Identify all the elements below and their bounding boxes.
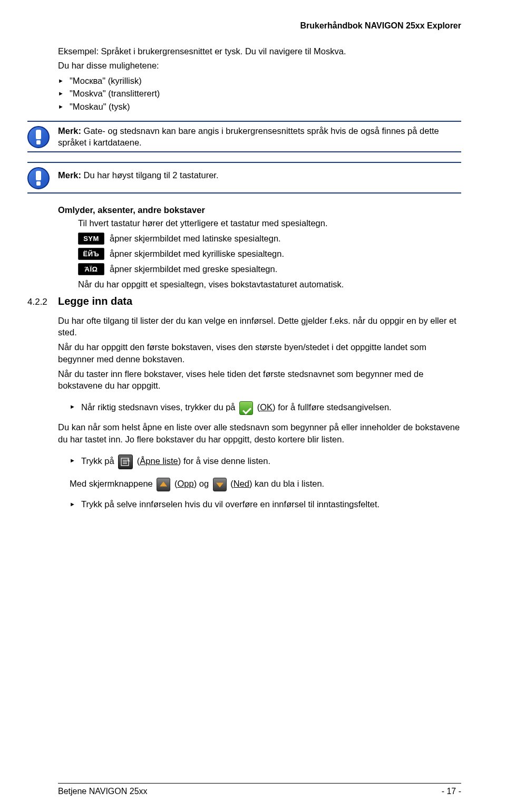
p2: Når du har oppgitt den første bokstaven,… bbox=[58, 341, 461, 365]
list-item: "Москва" (kyrillisk) bbox=[58, 74, 461, 88]
b1-post: ) for å fullføre stedsangivelsen. bbox=[273, 402, 392, 412]
header-title: Brukerhåndbok NAVIGON 25xx Explorer bbox=[58, 21, 461, 31]
p5-pre: Med skjermknappene bbox=[70, 479, 155, 488]
b2-post: ) for å vise denne listen. bbox=[178, 456, 270, 466]
note-text: Du har høyst tilgang til 2 tastaturer. bbox=[81, 170, 218, 180]
p4: Du kan når som helst åpne en liste over … bbox=[58, 421, 461, 445]
p5-mid: ) og bbox=[194, 479, 211, 488]
note-text: Gate- og stedsnavn kan bare angis i bruk… bbox=[58, 126, 439, 147]
omlyder-outro: Når du har oppgitt et spesialtegn, vises… bbox=[78, 278, 461, 290]
bullet-transfer: Trykk på selve innførselen hvis du vil o… bbox=[70, 498, 461, 511]
sym-desc: åpner skjermbildet med kyrilliske spesia… bbox=[110, 249, 284, 259]
list-item: "Moskau" (tysk) bbox=[58, 100, 461, 113]
sym-desc: åpner skjermbildet med greske spesialteg… bbox=[110, 264, 277, 274]
up-label: Opp bbox=[177, 479, 193, 488]
notice-icon bbox=[27, 167, 50, 189]
section-4-2-2-heading: 4.2.2 Legge inn data bbox=[27, 295, 461, 307]
arrow-down-icon bbox=[213, 478, 227, 491]
b2-pre: Trykk på bbox=[81, 456, 116, 466]
lead-text: Du har disse mulighetene: bbox=[58, 60, 461, 71]
ok-label: OK bbox=[260, 402, 273, 412]
notice-icon bbox=[27, 126, 50, 148]
open-list-label: Åpne liste bbox=[140, 456, 178, 466]
ok-icon bbox=[239, 401, 253, 415]
note-block-1: Merk: Gate- og stedsnavn kan bare angis … bbox=[27, 121, 461, 153]
p1: Du har ofte tilgang til lister der du ka… bbox=[58, 315, 461, 339]
section-title: Legge inn data bbox=[58, 295, 132, 307]
note-block-2: Merk: Du har høyst tilgang til 2 tastatu… bbox=[27, 162, 461, 194]
p5-post: ) kan du bla i listen. bbox=[249, 479, 324, 488]
intro-list: "Москва" (kyrillisk) "Moskva" (translitt… bbox=[58, 74, 461, 113]
omlyder-intro: Til hvert tastatur hører det ytterligere… bbox=[78, 217, 461, 229]
open-list-icon bbox=[118, 455, 133, 469]
footer-page: - 17 - bbox=[442, 787, 461, 796]
sym-row-greek: ΆΪΩ åpner skjermbildet med greske spesia… bbox=[78, 263, 461, 275]
sym-button: ЁЙЪ bbox=[78, 248, 104, 260]
sym-row-latin: SYM åpner skjermbildet med latinske spes… bbox=[78, 233, 461, 245]
bullet-ok: Når riktig stedsnavn vises, trykker du p… bbox=[70, 399, 461, 416]
sym-desc: åpner skjermbildet med latinske spesialt… bbox=[110, 234, 281, 244]
p3: Når du taster inn flere bokstaver, vises… bbox=[58, 368, 461, 392]
example-text: Eksempel: Språket i brukergrensesnittet … bbox=[58, 45, 461, 57]
footer: Betjene NAVIGON 25xx - 17 - bbox=[58, 783, 461, 796]
sym-button: ΆΪΩ bbox=[78, 263, 104, 275]
sym-button: SYM bbox=[78, 233, 104, 245]
list-item: "Moskva" (translitterert) bbox=[58, 87, 461, 100]
note-label: Merk: bbox=[58, 126, 81, 136]
footer-left: Betjene NAVIGON 25xx bbox=[58, 787, 148, 796]
sym-row-cyrillic: ЁЙЪ åpner skjermbildet med kyrilliske sp… bbox=[78, 248, 461, 260]
arrow-nav-line: Med skjermknappene (Opp) og (Ned) kan du… bbox=[70, 475, 461, 492]
b1-pre: Når riktig stedsnavn vises, trykker du p… bbox=[81, 402, 238, 412]
note-label: Merk: bbox=[58, 170, 81, 180]
section-number: 4.2.2 bbox=[27, 297, 58, 307]
down-label: Ned bbox=[233, 479, 249, 488]
bullet-open-list: Trykk på (Åpne liste) for å vise denne l… bbox=[70, 452, 461, 470]
arrow-up-icon bbox=[157, 478, 170, 491]
section-heading-omlyder: Omlyder, aksenter, andre bokstaver bbox=[58, 205, 461, 215]
